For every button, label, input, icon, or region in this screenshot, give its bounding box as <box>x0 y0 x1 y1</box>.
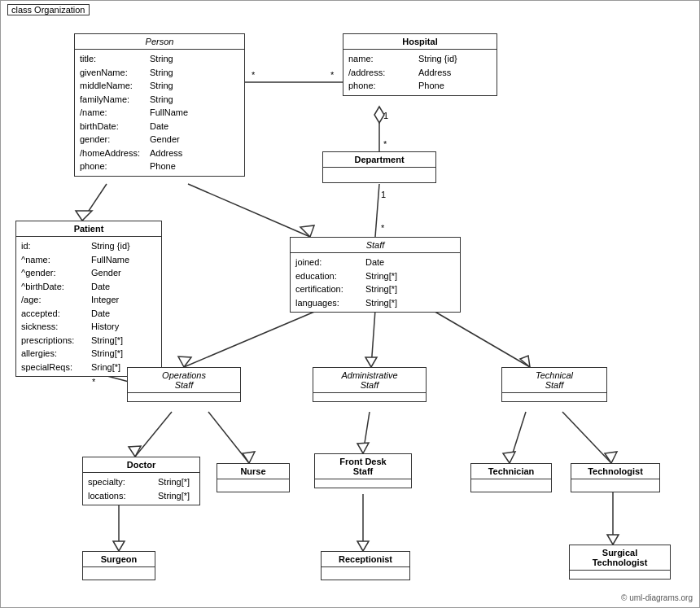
staff-header: Staff <box>291 238 460 253</box>
hospital-body: name:String {id} /address:Address phone:… <box>343 50 497 95</box>
front-desk-staff-body <box>315 479 411 488</box>
technical-staff-class: TechnicalStaff <box>501 367 607 402</box>
svg-text:*: * <box>92 377 96 387</box>
technician-class: Technician <box>470 463 552 492</box>
svg-marker-37 <box>607 535 619 545</box>
svg-line-22 <box>135 412 172 457</box>
svg-text:*: * <box>252 70 256 80</box>
svg-marker-35 <box>357 541 369 551</box>
svg-line-10 <box>82 184 107 221</box>
patient-class: Patient id:String {id} ^name:FullName ^g… <box>15 221 162 377</box>
operations-staff-class: OperationsStaff <box>127 367 241 402</box>
receptionist-body <box>322 567 409 580</box>
surgeon-body <box>83 567 155 580</box>
patient-body: id:String {id} ^name:FullName ^gender:Ge… <box>16 237 161 376</box>
svg-text:*: * <box>383 139 387 149</box>
svg-marker-29 <box>503 452 515 463</box>
doctor-class: Doctor specialty:String[*] locations:Str… <box>82 457 200 505</box>
nurse-class: Nurse <box>217 463 290 492</box>
svg-text:1: 1 <box>383 111 388 120</box>
svg-line-16 <box>184 310 318 367</box>
svg-marker-23 <box>129 446 141 457</box>
svg-line-28 <box>510 412 526 463</box>
front-desk-staff-class: Front DeskStaff <box>314 453 412 488</box>
svg-line-24 <box>208 412 249 463</box>
surgical-technologist-body <box>570 571 670 579</box>
svg-line-26 <box>363 412 370 453</box>
svg-marker-27 <box>357 443 369 453</box>
surgical-technologist-class: SurgicalTechnologist <box>569 545 671 580</box>
administrative-staff-body <box>313 393 426 401</box>
department-body <box>323 168 435 182</box>
technologist-class: Technologist <box>571 463 660 492</box>
svg-marker-4 <box>374 107 384 123</box>
staff-class: Staff joined:Date education:String[*] ce… <box>290 237 461 313</box>
diagram-container: class Organization * * 1 * 1 * * <box>0 0 700 608</box>
doctor-body: specialty:String[*] locations:String[*] <box>83 473 199 505</box>
svg-marker-19 <box>365 357 377 367</box>
staff-body: joined:Date education:String[*] certific… <box>291 253 460 312</box>
technologist-header: Technologist <box>571 464 659 479</box>
doctor-header: Doctor <box>83 457 199 473</box>
svg-marker-13 <box>300 225 314 237</box>
front-desk-staff-header: Front DeskStaff <box>315 454 411 479</box>
copyright: © uml-diagrams.org <box>621 593 693 602</box>
operations-staff-body <box>128 393 240 401</box>
technician-body <box>471 479 551 492</box>
technologist-body <box>571 479 659 492</box>
diagram-title: class Organization <box>7 4 90 15</box>
operations-staff-header: OperationsStaff <box>128 368 240 393</box>
receptionist-class: Receptionist <box>321 551 410 580</box>
person-body: title:String givenName:String middleName… <box>75 50 244 176</box>
technician-header: Technician <box>471 464 551 479</box>
administrative-staff-header: AdministrativeStaff <box>313 368 426 393</box>
svg-text:*: * <box>330 70 335 80</box>
svg-text:1: 1 <box>381 190 386 199</box>
svg-line-30 <box>562 412 611 463</box>
technical-staff-header: TechnicalStaff <box>502 368 606 393</box>
svg-marker-17 <box>178 356 191 367</box>
svg-marker-31 <box>605 452 617 463</box>
person-header: Person <box>75 34 244 50</box>
administrative-staff-class: AdministrativeStaff <box>313 367 427 402</box>
technical-staff-body <box>502 393 606 401</box>
receptionist-header: Receptionist <box>322 552 409 567</box>
svg-marker-33 <box>113 541 125 551</box>
department-class: Department <box>322 151 436 183</box>
patient-header: Patient <box>16 221 161 237</box>
svg-marker-25 <box>243 452 255 463</box>
svg-marker-21 <box>520 356 530 367</box>
department-header: Department <box>323 152 435 168</box>
svg-line-20 <box>432 310 530 367</box>
nurse-header: Nurse <box>217 464 289 479</box>
hospital-header: Hospital <box>343 34 497 50</box>
surgeon-class: Surgeon <box>82 551 155 580</box>
person-class: Person title:String givenName:String mid… <box>74 33 245 177</box>
surgeon-header: Surgeon <box>83 552 155 567</box>
nurse-body <box>217 479 289 492</box>
surgical-technologist-header: SurgicalTechnologist <box>570 545 670 571</box>
svg-marker-11 <box>76 211 92 221</box>
svg-line-12 <box>188 184 310 237</box>
svg-line-18 <box>371 310 375 367</box>
svg-line-7 <box>375 184 379 237</box>
hospital-class: Hospital name:String {id} /address:Addre… <box>343 33 497 96</box>
svg-text:*: * <box>381 223 385 233</box>
